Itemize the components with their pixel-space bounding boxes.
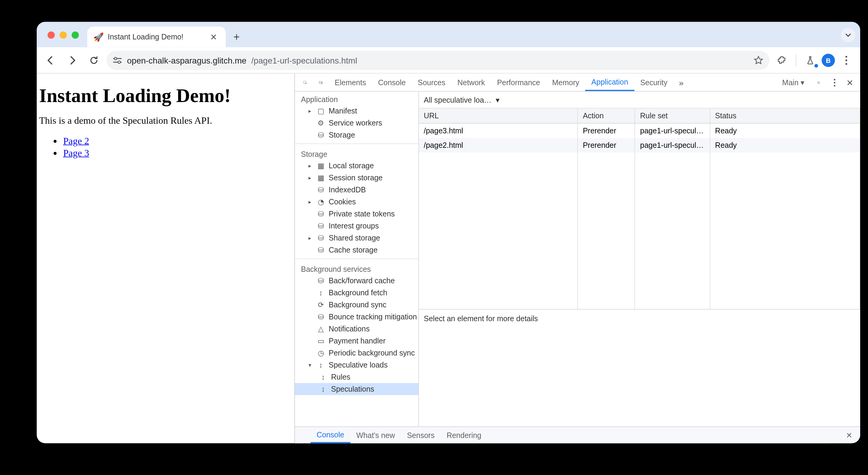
devtools-menu-icon[interactable] <box>827 73 842 91</box>
devtools-tabs: Elements Console Sources Network Perform… <box>295 73 860 91</box>
sidebar-item-periodic-sync[interactable]: ◷Periodic background sync <box>295 347 418 359</box>
sidebar-item-bounce-tracking[interactable]: ⛁Bounce tracking mitigation <box>295 310 418 323</box>
filter-dropdown[interactable]: All speculative loa… ▾ <box>424 95 500 104</box>
chevron-down-icon: ▾ <box>307 362 313 368</box>
sidebar-item-bfcache[interactable]: ⛁Back/forward cache <box>295 274 418 287</box>
sidebar-item-local-storage[interactable]: ▸▦Local storage <box>295 159 418 172</box>
drawer-tab-console[interactable]: Console <box>311 427 350 443</box>
filter-bar: All speculative loa… ▾ <box>419 91 860 108</box>
chrome-menu-icon[interactable] <box>837 51 855 69</box>
page-link[interactable]: Page 2 <box>63 136 89 146</box>
sidebar-item-speculative-loads[interactable]: ▾↕Speculative loads <box>295 359 418 371</box>
close-tab-button[interactable]: ✕ <box>208 32 220 41</box>
back-button[interactable] <box>41 51 60 69</box>
sidebar-item-storage[interactable]: ⛁Storage <box>295 129 418 141</box>
profile-avatar[interactable]: B <box>822 53 835 66</box>
device-toggle-icon[interactable] <box>313 73 329 91</box>
new-tab-button[interactable]: + <box>228 28 245 45</box>
svg-rect-6 <box>319 81 321 83</box>
list-item: Page 3 <box>63 148 294 158</box>
sidebar-item-session-storage[interactable]: ▸▦Session storage <box>295 172 418 184</box>
table-row[interactable]: /page3.html Prerender page1-url-specul… … <box>419 123 860 138</box>
table-row[interactable]: /page2.html Prerender page1-url-specul… … <box>419 138 860 152</box>
svg-point-1 <box>118 60 120 63</box>
column-action[interactable]: Action <box>578 108 635 123</box>
sidebar-item-service-workers[interactable]: ⚙Service workers <box>295 117 418 129</box>
labs-icon[interactable] <box>801 51 819 69</box>
drawer-tab-sensors[interactable]: Sensors <box>401 427 441 443</box>
inspect-icon[interactable] <box>297 73 313 91</box>
database-icon: ⛁ <box>317 313 325 321</box>
url-host: open-chalk-asparagus.glitch.me <box>127 55 247 65</box>
application-sidebar: Application ▸▢Manifest ⚙Service workers … <box>295 91 419 426</box>
drawer-menu-icon[interactable] <box>299 427 311 443</box>
extensions-icon[interactable] <box>773 51 791 69</box>
browser-tab[interactable]: 🚀 Instant Loading Demo! ✕ <box>87 27 226 47</box>
sync-icon: ↕ <box>319 385 328 393</box>
tab-overflow-button[interactable] <box>841 28 855 42</box>
svg-point-4 <box>845 63 847 64</box>
cookie-icon: ◔ <box>317 198 325 206</box>
file-icon: ▢ <box>317 107 325 115</box>
site-settings-icon[interactable] <box>113 56 122 63</box>
devtools-panel: Elements Console Sources Network Perform… <box>294 73 860 443</box>
minimize-window-button[interactable] <box>60 31 67 38</box>
sidebar-item-cookies[interactable]: ▸◔Cookies <box>295 196 418 208</box>
tab-security[interactable]: Security <box>634 73 673 91</box>
sidebar-item-payment-handler[interactable]: ▭Payment handler <box>295 335 418 347</box>
sidebar-item-private-state-tokens[interactable]: ⛁Private state tokens <box>295 208 418 220</box>
sidebar-item-notifications[interactable]: △Notifications <box>295 323 418 335</box>
sidebar-item-indexeddb[interactable]: ⛁IndexedDB <box>295 184 418 196</box>
window-controls <box>43 31 84 47</box>
reload-button[interactable] <box>85 51 103 69</box>
tab-application[interactable]: Application <box>585 73 634 91</box>
database-icon: ⛁ <box>317 221 325 230</box>
sidebar-subitem-rules[interactable]: ↕Rules <box>295 371 418 383</box>
target-selector[interactable]: Main ▾ <box>776 73 811 91</box>
sync-icon: ↕ <box>317 288 325 297</box>
tab-memory[interactable]: Memory <box>546 73 585 91</box>
database-icon: ⛁ <box>317 276 325 285</box>
sidebar-item-shared-storage[interactable]: ▸⛁Shared storage <box>295 232 418 244</box>
tab-console[interactable]: Console <box>372 73 412 91</box>
settings-icon[interactable] <box>811 73 827 91</box>
column-status[interactable]: Status <box>710 108 860 123</box>
sidebar-item-manifest[interactable]: ▸▢Manifest <box>295 105 418 117</box>
database-icon: ⛁ <box>317 209 325 218</box>
tab-elements[interactable]: Elements <box>329 73 372 91</box>
tab-network[interactable]: Network <box>452 73 491 91</box>
bookmark-icon[interactable] <box>754 55 763 65</box>
tab-sources[interactable]: Sources <box>412 73 452 91</box>
page-heading: Instant Loading Demo! <box>39 84 294 107</box>
sidebar-item-background-sync[interactable]: ⟳Background sync <box>295 299 418 310</box>
drawer-tab-whats-new[interactable]: What's new <box>350 427 401 443</box>
column-url[interactable]: URL <box>419 108 578 123</box>
close-drawer-icon[interactable]: ✕ <box>842 427 857 443</box>
svg-rect-7 <box>321 82 322 83</box>
page-link[interactable]: Page 3 <box>63 148 89 158</box>
sidebar-subitem-speculations[interactable]: ↕Speculations <box>295 383 418 395</box>
drawer-tab-rendering[interactable]: Rendering <box>441 427 487 443</box>
sidebar-group-background: Background services <box>295 261 418 274</box>
sidebar-item-cache-storage[interactable]: ⛁Cache storage <box>295 244 418 256</box>
maximize-window-button[interactable] <box>72 31 79 38</box>
database-icon: ⛁ <box>317 234 325 242</box>
tab-performance[interactable]: Performance <box>491 73 546 91</box>
url-input[interactable]: open-chalk-asparagus.glitch.me/page1-url… <box>106 50 769 69</box>
close-window-button[interactable] <box>48 31 55 38</box>
database-icon: ⛁ <box>317 131 325 139</box>
more-tabs-icon[interactable]: » <box>673 73 689 91</box>
column-ruleset[interactable]: Rule set <box>635 108 710 123</box>
forward-button[interactable] <box>63 51 81 69</box>
chevron-right-icon: ▸ <box>307 162 313 169</box>
card-icon: ▭ <box>317 336 325 345</box>
svg-point-0 <box>114 57 117 59</box>
sidebar-item-background-fetch[interactable]: ↕Background fetch <box>295 287 418 299</box>
close-devtools-icon[interactable]: ✕ <box>842 73 858 91</box>
svg-point-8 <box>818 82 819 83</box>
sidebar-group-application: Application <box>295 91 418 105</box>
tab-title: Instant Loading Demo! <box>108 32 184 41</box>
bell-icon: △ <box>317 325 325 333</box>
gears-icon: ⚙ <box>317 119 325 127</box>
sidebar-item-interest-groups[interactable]: ⛁Interest groups <box>295 220 418 232</box>
